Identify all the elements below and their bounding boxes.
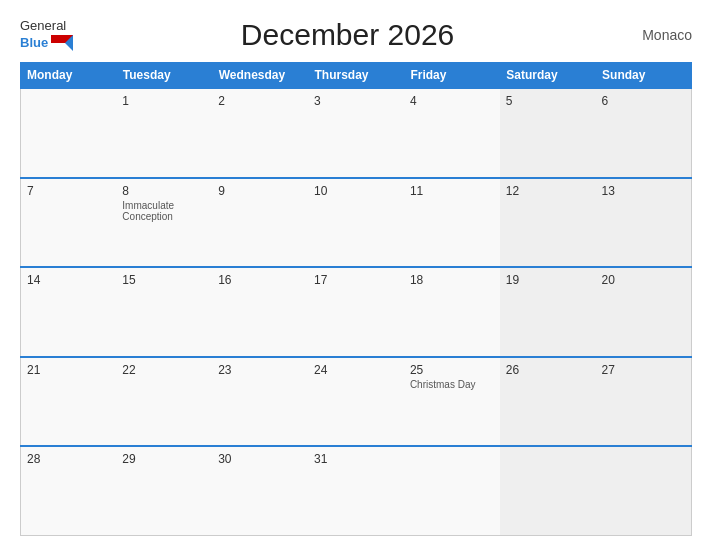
calendar-cell: 5: [500, 88, 596, 178]
calendar-cell: 7: [21, 178, 117, 268]
day-number: 27: [602, 363, 685, 377]
calendar-cell: 24: [308, 357, 404, 447]
calendar-cell: 28: [21, 446, 117, 536]
calendar-day-header: Wednesday: [212, 63, 308, 89]
day-number: 1: [122, 94, 206, 108]
logo-general-text: General: [20, 18, 66, 35]
calendar-cell: 26: [500, 357, 596, 447]
calendar-cell: 25Christmas Day: [404, 357, 500, 447]
day-number: 2: [218, 94, 302, 108]
calendar-cell: 27: [596, 357, 692, 447]
calendar-cell: 10: [308, 178, 404, 268]
calendar-cell: 6: [596, 88, 692, 178]
calendar-cell: 13: [596, 178, 692, 268]
calendar-cell: [500, 446, 596, 536]
calendar-day-header: Tuesday: [116, 63, 212, 89]
calendar-cell: [404, 446, 500, 536]
day-number: 24: [314, 363, 398, 377]
calendar-cell: 1: [116, 88, 212, 178]
calendar-cell: [21, 88, 117, 178]
calendar-cell: 23: [212, 357, 308, 447]
day-number: 26: [506, 363, 590, 377]
calendar-cell: 11: [404, 178, 500, 268]
calendar-title: December 2026: [73, 18, 622, 52]
day-number: 6: [602, 94, 685, 108]
calendar-cell: 19: [500, 267, 596, 357]
day-number: 16: [218, 273, 302, 287]
day-number: 3: [314, 94, 398, 108]
calendar-cell: 18: [404, 267, 500, 357]
day-number: 29: [122, 452, 206, 466]
calendar-cell: 30: [212, 446, 308, 536]
calendar-day-header: Sunday: [596, 63, 692, 89]
calendar-week-row: 2122232425Christmas Day2627: [21, 357, 692, 447]
calendar-day-header: Thursday: [308, 63, 404, 89]
holiday-label: Christmas Day: [410, 379, 494, 390]
calendar-cell: [596, 446, 692, 536]
calendar-cell: 17: [308, 267, 404, 357]
country-label: Monaco: [622, 27, 692, 43]
header: General Blue December 2026 Monaco: [20, 18, 692, 52]
calendar-cell: 20: [596, 267, 692, 357]
calendar-cell: 22: [116, 357, 212, 447]
day-number: 9: [218, 184, 302, 198]
day-number: 12: [506, 184, 590, 198]
day-number: 15: [122, 273, 206, 287]
calendar-cell: 16: [212, 267, 308, 357]
calendar-cell: 12: [500, 178, 596, 268]
day-number: 28: [27, 452, 110, 466]
day-number: 8: [122, 184, 206, 198]
day-number: 13: [602, 184, 685, 198]
day-number: 5: [506, 94, 590, 108]
holiday-label: Immaculate Conception: [122, 200, 206, 222]
day-number: 22: [122, 363, 206, 377]
calendar-cell: 21: [21, 357, 117, 447]
calendar-header-row: MondayTuesdayWednesdayThursdayFridaySatu…: [21, 63, 692, 89]
calendar-week-row: 14151617181920: [21, 267, 692, 357]
day-number: 19: [506, 273, 590, 287]
day-number: 20: [602, 273, 685, 287]
calendar-cell: 15: [116, 267, 212, 357]
calendar-cell: 9: [212, 178, 308, 268]
day-number: 17: [314, 273, 398, 287]
day-number: 31: [314, 452, 398, 466]
calendar-day-header: Friday: [404, 63, 500, 89]
day-number: 7: [27, 184, 110, 198]
logo: General Blue: [20, 18, 73, 52]
day-number: 14: [27, 273, 110, 287]
calendar-week-row: 123456: [21, 88, 692, 178]
day-number: 18: [410, 273, 494, 287]
logo-blue-text: Blue: [20, 35, 48, 52]
calendar-cell: 3: [308, 88, 404, 178]
day-number: 30: [218, 452, 302, 466]
day-number: 25: [410, 363, 494, 377]
day-number: 10: [314, 184, 398, 198]
calendar-cell: 8Immaculate Conception: [116, 178, 212, 268]
page: General Blue December 2026 Monaco Monday…: [0, 0, 712, 550]
day-number: 21: [27, 363, 110, 377]
logo-flag-icon: [51, 35, 73, 51]
calendar-body: 12345678Immaculate Conception91011121314…: [21, 88, 692, 536]
day-number: 11: [410, 184, 494, 198]
calendar-cell: 29: [116, 446, 212, 536]
calendar-day-header: Monday: [21, 63, 117, 89]
calendar-cell: 2: [212, 88, 308, 178]
calendar-week-row: 28293031: [21, 446, 692, 536]
calendar-cell: 4: [404, 88, 500, 178]
calendar-cell: 31: [308, 446, 404, 536]
day-number: 23: [218, 363, 302, 377]
calendar-day-header: Saturday: [500, 63, 596, 89]
calendar-cell: 14: [21, 267, 117, 357]
day-number: 4: [410, 94, 494, 108]
calendar-table: MondayTuesdayWednesdayThursdayFridaySatu…: [20, 62, 692, 536]
calendar-week-row: 78Immaculate Conception910111213: [21, 178, 692, 268]
